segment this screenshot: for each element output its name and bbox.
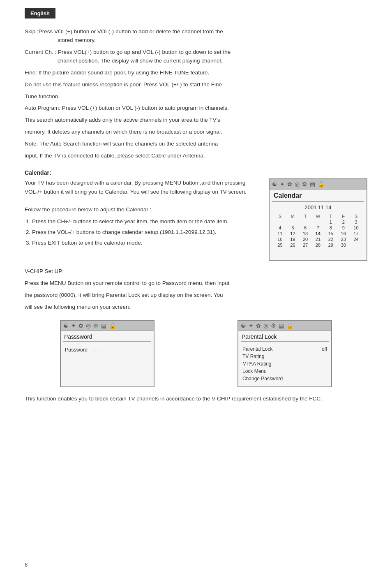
password-panel-header: ☯ ✦ ✿ ◎ ⚙ ▤ 🔓 — [61, 321, 154, 331]
cal-cell: 13 — [299, 231, 312, 236]
parental-panel-header: ☯ ✦ ✿ ◎ ⚙ ▤ 🔒 — [238, 321, 331, 331]
panels-row: ☯ ✦ ✿ ◎ ⚙ ▤ 🔓 Passsword Password ---- ☯ — [25, 320, 367, 387]
password-panel-title: Passsword — [61, 331, 154, 341]
cal-cell: 20 — [299, 237, 312, 242]
parental-item-row: Lock Menu — [242, 368, 327, 375]
tv-icon-5: ⚙ — [302, 181, 307, 187]
cal-cell: 21 — [312, 237, 325, 242]
cal-cell: 4 — [274, 225, 286, 230]
password-panel: ☯ ✦ ✿ ◎ ⚙ ▤ 🔓 Passsword Password ---- — [60, 320, 154, 387]
parental-item-label: Change Password — [242, 376, 283, 382]
cal-cell: 5 — [286, 225, 299, 230]
cal-cell: 24 — [350, 237, 362, 242]
password-input-row: Password ---- — [65, 345, 150, 354]
pp-icon-5: ⚙ — [93, 322, 99, 329]
cal-cell: 16 — [337, 231, 350, 236]
parental-item-label: TV Rating — [242, 354, 264, 359]
auto-program2-paragraph: This search automatically adds only the … — [25, 116, 367, 125]
vchip-text2: the password (0000). It will bring Paren… — [25, 291, 367, 300]
auto-program-paragraph: Auto Program: Press VOL (+) button or VO… — [25, 104, 367, 113]
tv-date: 2001 11 14 — [270, 202, 367, 212]
cal-cell: 30 — [337, 243, 350, 248]
cal-cell — [350, 243, 362, 248]
tv-icon-6: ▤ — [310, 181, 315, 187]
cal-cell: 23 — [337, 237, 350, 242]
parental-item-label: Lock Menu — [242, 368, 267, 374]
calendar-step-2: Press the VOL-/+ buttons to change calen… — [32, 228, 256, 237]
parental-lock-panel: ☯ ✦ ✿ ◎ ⚙ ▤ 🔒 Parental Lock Parental Loc… — [238, 320, 332, 387]
cal-cell: 10 — [350, 225, 362, 230]
cal-cell: 15 — [324, 231, 337, 236]
cal-cell: 11 — [274, 231, 286, 236]
parental-item-row: MPAA Rating — [242, 360, 327, 368]
pl-icon-7: 🔒 — [286, 322, 293, 329]
cal-cell: 9 — [337, 225, 350, 230]
parental-item-label: Parental Lock — [242, 346, 272, 352]
cal-header-t2: T — [324, 214, 337, 219]
footer-text: This function enables you to block certa… — [25, 395, 367, 403]
password-label: Password — [65, 347, 88, 353]
cal-cell: 22 — [324, 237, 337, 242]
tv-calendar-title: Calendar — [270, 190, 367, 201]
cal-cell — [299, 220, 312, 224]
pp-icon-3: ✿ — [78, 322, 83, 329]
cal-cell: 29 — [324, 243, 337, 248]
cal-cell: 7 — [312, 225, 325, 230]
vchip-text3: will see the following menu on your scre… — [25, 303, 367, 312]
fine-paragraph: Fine: If the picture and/or sound are po… — [25, 69, 367, 77]
parental-item-row: TV Rating — [242, 353, 327, 360]
pp-icon-2: ✦ — [71, 322, 76, 329]
cal-header-w: W — [312, 214, 325, 219]
cal-cell: 2 — [337, 220, 350, 224]
note-paragraph: Note: The Auto Search function will scan… — [25, 140, 367, 148]
auto-program3-paragraph: memory. It deletes any channels on which… — [25, 128, 367, 136]
cal-cell: 26 — [286, 243, 299, 248]
pl-icon-3: ✿ — [256, 322, 261, 329]
parental-item-value: off — [322, 346, 327, 352]
pp-icon-6: ▤ — [101, 322, 106, 329]
do-not-paragraph: Do not use this feature unless reception… — [25, 81, 367, 89]
language-tab: English — [25, 8, 55, 19]
vchip-section: V-CHIP Set UP: Press the MENU Button on … — [25, 267, 367, 312]
calendar-description: Your TV has been designed with a calenda… — [25, 178, 256, 261]
cal-header-s1: S — [274, 214, 286, 219]
pl-icon-6: ▤ — [279, 322, 284, 329]
parental-panel-title: Parental Lock — [238, 331, 331, 341]
tv-screen-header: ☯ ✦ ✿ ◎ ⚙ ▤ 🔓 — [270, 179, 367, 190]
cal-cell: 19 — [286, 237, 299, 242]
cal-cell — [312, 220, 325, 224]
vchip-text1: Press the MENU Button on your remote con… — [25, 279, 367, 288]
footer-section: This function enables you to block certa… — [25, 395, 367, 403]
cal-header-s2: S — [350, 214, 362, 219]
cal-cell: 14 — [312, 231, 325, 236]
calendar-tv-screen: ☯ ✦ ✿ ◎ ⚙ ▤ 🔓 Calendar 2001 11 14 S M T … — [269, 178, 367, 261]
tv-cal-body: 1234567891011121314151617181920212223242… — [274, 220, 362, 248]
parental-item-row: Change Password — [242, 375, 327, 382]
cal-cell: 8 — [324, 225, 337, 230]
tv-cal-header: S M T W T F S — [274, 214, 362, 219]
pp-icon-4: ◎ — [86, 322, 91, 329]
calendar-step-1: Press the CH+/- buttons to select the ye… — [32, 217, 256, 226]
cal-header-t1: T — [299, 214, 312, 219]
pp-icon-1: ☯ — [63, 322, 69, 329]
calendar-step-3: Press EXIT button to exit the calendar m… — [32, 238, 256, 248]
cal-cell: 1 — [324, 220, 337, 224]
calendar-section: Your TV has been designed with a calenda… — [25, 178, 367, 261]
cal-cell — [286, 220, 299, 224]
parental-panel-body: Parental LockoffTV RatingMPAA RatingLock… — [238, 342, 331, 386]
pl-icon-4: ◎ — [263, 322, 268, 329]
parental-item-row: Parental Lockoff — [242, 345, 327, 353]
cal-cell: 18 — [274, 237, 286, 242]
password-value: ---- — [92, 347, 102, 353]
cal-cell: 28 — [312, 243, 325, 248]
cal-header-f: F — [337, 214, 350, 219]
password-panel-body: Password ---- — [61, 342, 154, 359]
tv-icon-7: 🔓 — [318, 181, 325, 187]
page-number: 8 — [25, 562, 28, 568]
cal-cell — [274, 220, 286, 224]
calendar-steps: Press the CH+/- buttons to select the ye… — [25, 217, 256, 247]
cal-cell: 27 — [299, 243, 312, 248]
calendar-heading: Calendar: — [25, 169, 367, 176]
cal-cell: 12 — [286, 231, 299, 236]
cal-cell: 25 — [274, 243, 286, 248]
